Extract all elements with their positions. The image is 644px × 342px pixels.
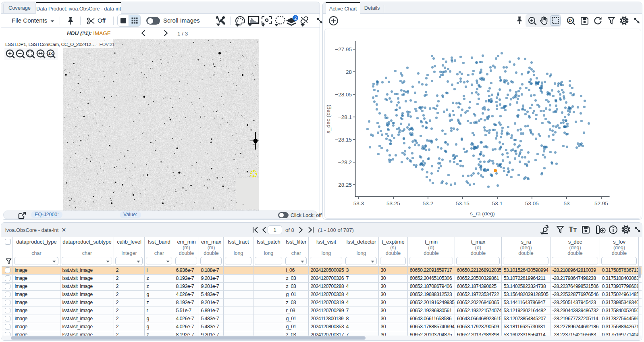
svg-text:−28.2: −28.2	[338, 159, 352, 165]
svg-text:s_dec (deg): s_dec (deg)	[325, 104, 331, 133]
svg-text:2: 2	[294, 16, 297, 21]
svg-text:−28.05: −28.05	[335, 92, 352, 98]
svg-text:53: 53	[563, 200, 569, 206]
svg-text:53.2: 53.2	[423, 200, 433, 206]
svg-text:53.1: 53.1	[492, 200, 503, 206]
svg-text:−28.25: −28.25	[335, 182, 352, 188]
svg-text:53.3: 53.3	[353, 200, 364, 206]
svg-text:−28.1: −28.1	[338, 114, 352, 120]
svg-text:s_ra (deg): s_ra (deg)	[470, 211, 495, 217]
svg-text:−28.15: −28.15	[335, 137, 352, 143]
svg-text:1X: 1X	[48, 51, 53, 56]
svg-text:53.25: 53.25	[386, 200, 400, 206]
svg-text:−27.95: −27.95	[335, 46, 352, 52]
svg-text:52.95: 52.95	[594, 200, 608, 206]
svg-text:53.15: 53.15	[456, 200, 469, 206]
svg-text:1X: 1X	[568, 19, 573, 23]
svg-text:53.05: 53.05	[525, 200, 539, 206]
svg-text:−28: −28	[343, 69, 352, 75]
